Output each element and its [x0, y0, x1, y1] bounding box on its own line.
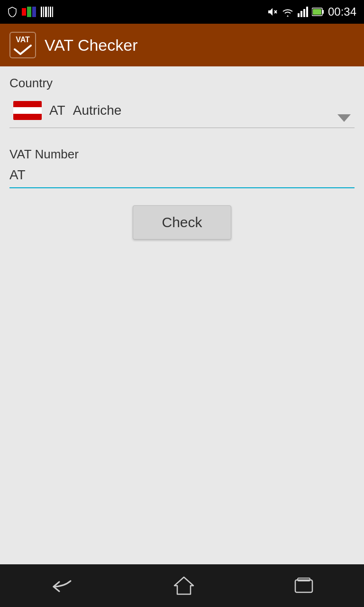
- svg-rect-3: [41, 7, 42, 17]
- check-button-container: Check: [9, 205, 355, 239]
- status-bar-left-icons: [8, 7, 53, 17]
- vat-section: VAT Number AT: [9, 147, 355, 188]
- svg-rect-1: [27, 7, 31, 17]
- dropdown-arrow-icon: [337, 114, 351, 122]
- svg-rect-12: [300, 11, 302, 17]
- home-nav-button[interactable]: [173, 576, 194, 595]
- battery-icon: [312, 7, 324, 17]
- wifi-icon: [282, 7, 294, 17]
- signal-icon: [298, 7, 308, 17]
- ufc-icon: [22, 7, 36, 17]
- status-time: 00:34: [328, 5, 356, 18]
- svg-rect-2: [32, 7, 36, 17]
- svg-rect-19: [295, 580, 312, 592]
- main-content: Country AT Autriche VAT Number AT Check: [0, 66, 364, 564]
- recents-icon: [293, 577, 314, 594]
- country-flag: [13, 101, 42, 120]
- logo-checkmark-icon: [14, 45, 32, 55]
- vat-number-label: VAT Number: [9, 147, 355, 162]
- svg-rect-13: [303, 9, 305, 17]
- svg-marker-18: [174, 577, 193, 594]
- svg-rect-17: [313, 9, 321, 15]
- app-bar: VAT VAT Checker: [0, 24, 364, 66]
- app-logo: VAT: [9, 32, 36, 58]
- app-title: VAT Checker: [45, 36, 138, 55]
- country-code: AT: [49, 103, 65, 118]
- svg-rect-11: [298, 13, 300, 17]
- status-bar: 00:34: [0, 0, 364, 24]
- back-icon: [50, 577, 74, 594]
- vat-number-input[interactable]: [29, 168, 355, 184]
- svg-rect-5: [45, 7, 47, 17]
- barcode-icon: [41, 7, 53, 17]
- country-dropdown[interactable]: AT Autriche: [9, 96, 355, 128]
- logo-vat-text: VAT: [16, 36, 30, 44]
- country-label: Country: [9, 76, 355, 91]
- svg-rect-4: [43, 7, 44, 17]
- svg-rect-16: [322, 10, 324, 14]
- country-name: Autriche: [73, 103, 122, 118]
- flag-stripe-middle: [13, 107, 42, 113]
- flag-stripe-bottom: [13, 114, 42, 120]
- check-button[interactable]: Check: [133, 205, 231, 239]
- svg-rect-8: [52, 7, 53, 17]
- shield-icon: [8, 7, 17, 17]
- flag-stripe-top: [13, 101, 42, 107]
- vat-input-row: AT: [9, 167, 355, 188]
- recents-nav-button[interactable]: [293, 577, 314, 594]
- home-icon: [173, 576, 194, 595]
- bottom-nav-bar: [0, 564, 364, 607]
- svg-rect-14: [306, 7, 308, 17]
- svg-rect-6: [48, 7, 49, 17]
- mute-icon: [267, 7, 278, 17]
- status-bar-right-icons: 00:34: [267, 5, 356, 18]
- country-section: Country AT Autriche: [9, 76, 355, 142]
- svg-rect-0: [22, 8, 26, 16]
- vat-prefix: AT: [9, 167, 26, 184]
- back-nav-button[interactable]: [50, 577, 74, 594]
- svg-rect-7: [50, 7, 51, 17]
